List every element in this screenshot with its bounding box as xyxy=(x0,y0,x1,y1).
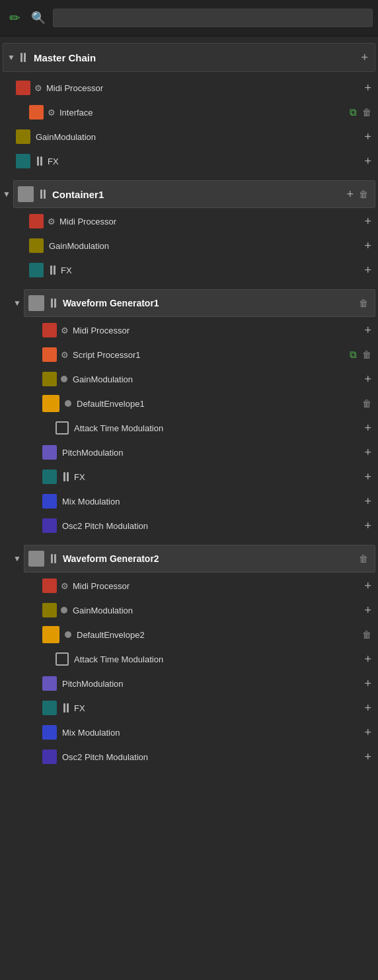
item-label: GainModulation xyxy=(49,241,361,251)
list-item: ⚙ Midi Processor + xyxy=(0,76,378,100)
color-swatch xyxy=(42,725,57,740)
bordered-swatch xyxy=(56,652,69,666)
dot-icon xyxy=(61,607,67,613)
chain-container: ▼ Master Chain + ⚙ Midi Processor + ⚙ In… xyxy=(0,36,378,772)
wg1-delete-button[interactable]: 🗑 xyxy=(356,298,371,308)
list-item: ⚙ Midi Processor + xyxy=(0,209,378,233)
collapse-arrow-container1[interactable]: ▼ xyxy=(3,190,11,199)
item-label: Mix Modulation xyxy=(62,728,361,738)
add-button[interactable]: + xyxy=(361,131,374,143)
item-label: FX xyxy=(74,703,361,713)
item-label: FX xyxy=(61,265,361,275)
color-swatch xyxy=(42,518,57,533)
list-item: GainModulation + xyxy=(0,234,378,258)
item-label: DefaultEnvelope1 xyxy=(77,399,359,409)
list-item: GainModulation + xyxy=(0,367,378,391)
collapse-arrow-master[interactable]: ▼ xyxy=(7,53,15,62)
list-item: Osc2 Pitch Modulation + xyxy=(0,514,378,538)
add-button[interactable]: + xyxy=(361,726,374,738)
bars-icon xyxy=(51,554,56,563)
add-button[interactable]: + xyxy=(361,155,374,167)
item-label: PitchModulation xyxy=(62,448,361,458)
delete-button[interactable]: 🗑 xyxy=(359,630,374,639)
list-item: GainModulation + xyxy=(0,125,378,149)
item-label: Midi Processor xyxy=(73,581,361,591)
list-item: GainModulation + xyxy=(0,598,378,622)
add-button[interactable]: + xyxy=(361,324,374,336)
color-swatch xyxy=(42,701,57,715)
wg2-delete-button[interactable]: 🗑 xyxy=(356,554,371,563)
bars-icon-master xyxy=(20,53,26,62)
add-button[interactable]: + xyxy=(361,520,374,532)
add-button[interactable]: + xyxy=(361,422,374,434)
color-swatch xyxy=(42,347,57,362)
color-swatch xyxy=(42,323,57,337)
bars-icon xyxy=(51,298,56,308)
color-swatch xyxy=(42,470,57,484)
wg1-title: Waveform Generator1 xyxy=(63,298,356,308)
color-swatch xyxy=(16,81,30,95)
add-button[interactable]: + xyxy=(361,751,374,763)
add-button[interactable]: + xyxy=(361,604,374,616)
item-label: Midi Processor xyxy=(73,326,361,335)
add-button[interactable]: + xyxy=(361,82,374,94)
color-swatch xyxy=(16,154,30,168)
list-item: Attack Time Modulation + xyxy=(0,416,378,440)
item-label: Script Processor1 xyxy=(73,350,347,360)
bars-icon xyxy=(63,703,69,713)
delete-button[interactable]: 🗑 xyxy=(359,108,374,117)
collapse-arrow-wg1[interactable]: ▼ xyxy=(13,298,21,308)
add-button[interactable]: + xyxy=(361,373,374,385)
color-swatch xyxy=(42,578,57,593)
container1-add-button[interactable]: + xyxy=(344,188,356,200)
color-swatch xyxy=(16,129,30,144)
add-button[interactable]: + xyxy=(361,446,374,458)
search-input[interactable] xyxy=(53,9,373,27)
add-button[interactable]: + xyxy=(361,495,374,507)
item-label: Osc2 Pitch Modulation xyxy=(62,521,361,531)
item-label: Mix Modulation xyxy=(62,497,361,507)
external-link-button[interactable]: ⧉ xyxy=(347,349,359,361)
item-label: DefaultEnvelope2 xyxy=(77,630,359,640)
color-swatch xyxy=(42,395,59,412)
bars-icon xyxy=(37,157,42,166)
add-button[interactable]: + xyxy=(361,702,374,714)
external-link-button[interactable]: ⧉ xyxy=(347,106,359,118)
add-button[interactable]: + xyxy=(361,215,374,227)
search-icon: 🔍 xyxy=(29,9,48,27)
dot-icon xyxy=(65,400,71,407)
collapse-arrow-wg2[interactable]: ▼ xyxy=(13,554,21,563)
color-swatch xyxy=(42,750,57,764)
list-item: Mix Modulation + xyxy=(0,720,378,744)
add-button[interactable]: + xyxy=(361,264,374,276)
gear-icon: ⚙ xyxy=(61,581,69,591)
item-label: Attack Time Modulation xyxy=(74,654,361,664)
color-swatch xyxy=(29,214,44,228)
delete-button[interactable]: 🗑 xyxy=(359,399,374,408)
add-button[interactable]: + xyxy=(361,471,374,483)
bars-icon xyxy=(40,190,46,199)
master-chain-add-button[interactable]: + xyxy=(358,52,371,63)
list-item: Mix Modulation + xyxy=(0,489,378,513)
bordered-swatch xyxy=(56,421,69,435)
add-button[interactable]: + xyxy=(361,240,374,252)
master-chain-title: Master Chain xyxy=(34,52,359,63)
dot-icon xyxy=(61,376,67,382)
list-item: FX + xyxy=(0,465,378,489)
item-label: Interface xyxy=(59,108,347,118)
delete-button[interactable]: 🗑 xyxy=(359,350,374,359)
add-button[interactable]: + xyxy=(361,580,374,592)
color-swatch xyxy=(28,551,44,567)
item-label: GainModulation xyxy=(36,132,361,142)
item-label: Attack Time Modulation xyxy=(74,423,361,433)
list-item: DefaultEnvelope2 🗑 xyxy=(0,623,378,647)
color-swatch xyxy=(29,263,44,277)
toolbar: ✏ 🔍 xyxy=(0,0,378,36)
container1-delete-button[interactable]: 🗑 xyxy=(356,190,371,199)
list-item: PitchModulation + xyxy=(0,672,378,695)
add-button[interactable]: + xyxy=(361,678,374,689)
add-button[interactable]: + xyxy=(361,653,374,665)
master-chain-header: ▼ Master Chain + xyxy=(3,43,375,72)
pen-icon: ✏ xyxy=(5,9,24,27)
gear-icon: ⚙ xyxy=(61,326,69,335)
